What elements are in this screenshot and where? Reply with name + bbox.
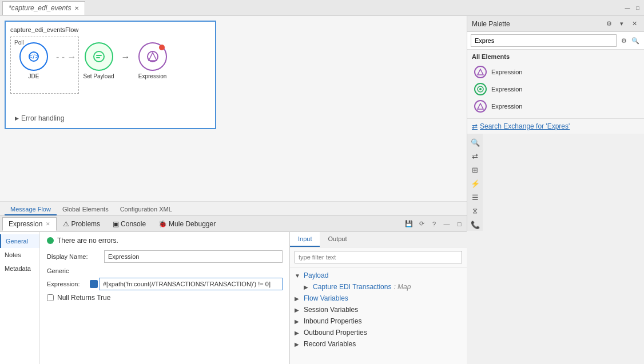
help-icon[interactable]: ? — [429, 219, 439, 229]
palette-expression-icon-0 — [474, 66, 487, 78]
payload-expand-icon: ▼ — [295, 273, 303, 279]
null-returns-true-checkbox[interactable] — [47, 294, 54, 301]
props-tab-expression[interactable]: Expression ✕ — [2, 217, 57, 231]
palette-expression-icon-1 — [474, 83, 487, 95]
ri-list-icon[interactable]: ☰ — [469, 191, 482, 203]
null-returns-true-label: Null Returns True — [57, 294, 110, 302]
canvas-bottom-tabs: Message Flow Global Elements Configurati… — [0, 201, 467, 215]
tree-payload[interactable]: ▼ Payload — [295, 270, 462, 281]
outbound-props-expand-icon: ▶ — [295, 330, 303, 336]
palette-item-label-2: Expression — [491, 103, 522, 110]
setpayload-label: Set Payload — [84, 73, 114, 79]
palette-header-icons: ⚙ ▾ ✕ — [604, 19, 639, 29]
session-vars-expand-icon: ▶ — [295, 307, 303, 313]
ri-exchange-icon[interactable]: ⇄ — [469, 150, 482, 162]
svg-point-9 — [479, 88, 482, 90]
ri-grid-icon[interactable]: ⊞ — [469, 163, 482, 176]
tab-message-flow[interactable]: Message Flow — [5, 204, 57, 215]
expression-label: Expression — [138, 73, 166, 79]
inbound-props-label: Inbound Properties — [304, 317, 361, 325]
props-body: There are no errors. Display Name: Gener… — [40, 232, 289, 364]
svg-marker-6 — [149, 53, 157, 61]
palette-item-0[interactable]: Expression — [472, 63, 639, 81]
refresh-icon[interactable]: ⟳ — [416, 219, 427, 229]
debugger-icon: 🐞 — [158, 220, 167, 228]
arrow-jde-setpayload: - - → — [56, 52, 77, 62]
expression-input[interactable] — [99, 278, 283, 290]
svg-marker-7 — [478, 69, 483, 75]
tab-label: *capture_edi_events — [9, 4, 71, 12]
output-tabs: Input Output — [290, 232, 467, 247]
minimize-icon[interactable]: — — [623, 4, 631, 12]
props-tab-close-icon[interactable]: ✕ — [46, 221, 50, 227]
palette-settings-icon[interactable]: ⚙ — [604, 19, 614, 29]
props-content: General Notes Metadata There are no erro… — [0, 232, 467, 364]
exchange-link[interactable]: ⇄ Search Exchange for 'Expres' — [467, 118, 644, 134]
flow-nodes: </> JDE - - → — [14, 42, 173, 79]
palette-title: Mule Palette — [472, 20, 604, 28]
tree-outbound-props[interactable]: ▶ Outbound Properties — [295, 327, 462, 338]
nav-metadata[interactable]: Metadata — [0, 262, 39, 275]
expression-indicator-icon — [90, 280, 98, 288]
nav-general[interactable]: General — [0, 234, 39, 248]
tree-capture-edi[interactable]: ▶ Capture EDI Transactions : Map — [304, 281, 462, 293]
palette-close-icon[interactable]: ✕ — [629, 19, 639, 29]
svg-rect-3 — [96, 55, 102, 56]
tree-session-vars[interactable]: ▶ Session Variables — [295, 304, 462, 315]
tree-record-vars[interactable]: ▶ Record Variables — [295, 338, 462, 350]
flow-canvas: capture_edi_eventsFlow Poll </> JDE — [0, 16, 467, 201]
flow-vars-expand-icon: ▶ — [295, 295, 303, 302]
error-handling[interactable]: ▶ Error handling — [10, 112, 69, 125]
close-tab-icon[interactable]: ✕ — [74, 5, 79, 11]
record-vars-expand-icon: ▶ — [295, 341, 303, 347]
tree-inbound-props[interactable]: ▶ Inbound Properties — [295, 315, 462, 327]
props-tab-console[interactable]: ▣ Console — [106, 217, 152, 231]
node-jde[interactable]: </> JDE — [14, 42, 54, 79]
palette-item-1[interactable]: Expression — [472, 81, 639, 98]
node-setpayload[interactable]: Set Payload — [79, 42, 119, 79]
ri-search-icon[interactable]: 🔍 — [469, 136, 482, 149]
props-tab-debugger[interactable]: 🐞 Mule Debugger — [152, 217, 222, 231]
node-expression[interactable]: Expression — [133, 42, 173, 79]
display-name-input[interactable] — [104, 250, 283, 263]
problems-icon: ⚠ — [63, 220, 69, 228]
success-text: There are no errors. — [57, 237, 118, 245]
maximize-panel-icon[interactable]: □ — [454, 219, 464, 229]
ri-phone-icon[interactable]: 📞 — [469, 218, 482, 231]
minimize-panel-icon[interactable]: — — [442, 219, 452, 229]
tree-flow-vars[interactable]: ▶ Flow Variables — [295, 293, 462, 304]
search-icon[interactable]: 🔍 — [630, 35, 641, 46]
palette-search-input[interactable] — [471, 34, 617, 47]
search-settings-icon[interactable]: ⚙ — [619, 35, 629, 46]
right-vertical-icons: 🔍 ⇄ ⊞ ⚡ ☰ ⧖ 📞 — [467, 134, 483, 231]
ri-bolt-icon[interactable]: ⚡ — [469, 177, 482, 190]
save-icon[interactable]: 💾 — [404, 219, 414, 229]
display-name-label: Display Name: — [47, 253, 104, 260]
arrow-setpayload-expression: → — [121, 52, 130, 62]
palette-item-2[interactable]: Expression — [472, 98, 639, 115]
ri-filter-icon[interactable]: ⧖ — [469, 205, 482, 217]
tab-input[interactable]: Input — [290, 232, 320, 247]
session-vars-label: Session Variables — [304, 306, 358, 314]
error-handling-label: Error handling — [21, 114, 64, 122]
props-tab-debugger-label: Mule Debugger — [169, 220, 216, 228]
svg-point-2 — [94, 51, 104, 62]
output-panel: Input Output ▼ Payload — [289, 232, 467, 364]
setpayload-icon — [85, 42, 113, 71]
tree-area: ▼ Payload ▶ Capture EDI Transactions : M… — [290, 267, 467, 364]
tab-output[interactable]: Output — [320, 232, 355, 247]
palette-item-label-1: Expression — [491, 86, 522, 93]
filter-input[interactable] — [295, 251, 462, 263]
palette-item-label-0: Expression — [491, 69, 522, 75]
null-returns-true-row: Null Returns True — [47, 294, 283, 302]
svg-text:</>: </> — [29, 53, 38, 61]
editor-tab[interactable]: *capture_edi_events ✕ — [2, 1, 85, 15]
tab-configuration-xml[interactable]: Configuration XML — [114, 204, 178, 215]
outbound-props-label: Outbound Properties — [304, 329, 367, 337]
maximize-icon[interactable]: □ — [634, 4, 642, 12]
tab-global-elements[interactable]: Global Elements — [57, 204, 114, 215]
palette-dropdown-icon[interactable]: ▾ — [617, 19, 627, 29]
props-tab-problems[interactable]: ⚠ Problems — [57, 217, 106, 231]
nav-notes[interactable]: Notes — [0, 248, 39, 262]
right-side: Mule Palette ⚙ ▾ ✕ ⚙ 🔍 All Elements — [467, 16, 644, 364]
